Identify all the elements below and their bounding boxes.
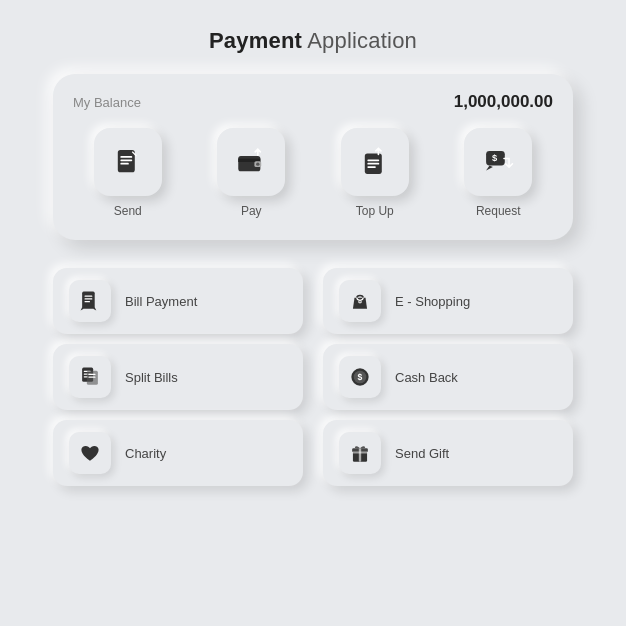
send-gift-label: Send Gift [395, 446, 449, 461]
menu-grid: Bill Payment E - Shopping [53, 268, 573, 486]
svg-point-19 [359, 301, 361, 303]
pay-icon [234, 145, 268, 179]
svg-rect-32 [359, 448, 361, 461]
cash-back-icon: $ [349, 366, 371, 388]
svg-rect-26 [88, 377, 95, 378]
split-bills-icon-wrap [69, 356, 111, 398]
action-send[interactable]: Send [73, 128, 183, 218]
svg-text:$: $ [492, 153, 498, 163]
request-icon-wrap: $ [464, 128, 532, 196]
svg-rect-9 [367, 159, 379, 161]
request-label: Request [476, 204, 521, 218]
pay-icon-wrap [217, 128, 285, 196]
svg-rect-25 [88, 374, 95, 375]
cash-back-label: Cash Back [395, 370, 458, 385]
svg-rect-3 [120, 163, 129, 165]
split-bills-label: Split Bills [125, 370, 178, 385]
page-title: Payment Application [209, 28, 417, 54]
svg-rect-1 [120, 156, 132, 158]
split-bills-icon [79, 366, 101, 388]
request-icon: $ [481, 145, 515, 179]
balance-card: My Balance 1,000,000.00 Send [53, 74, 573, 240]
e-shopping-icon [349, 290, 371, 312]
balance-label: My Balance [73, 95, 141, 110]
charity-icon-wrap [69, 432, 111, 474]
topup-icon-wrap [341, 128, 409, 196]
charity-label: Charity [125, 446, 166, 461]
svg-rect-2 [120, 159, 132, 161]
charity-icon [79, 442, 101, 464]
bill-payment-icon-wrap [69, 280, 111, 322]
svg-rect-14 [82, 292, 95, 309]
bill-payment-label: Bill Payment [125, 294, 197, 309]
pay-label: Pay [241, 204, 262, 218]
action-buttons: Send Pay [73, 128, 553, 218]
cash-back-icon-wrap: $ [339, 356, 381, 398]
svg-text:$: $ [358, 372, 363, 382]
svg-point-7 [256, 162, 259, 165]
svg-rect-10 [367, 163, 379, 165]
menu-item-e-shopping[interactable]: E - Shopping [323, 268, 573, 334]
send-icon [111, 145, 145, 179]
svg-rect-17 [85, 301, 91, 302]
menu-item-cash-back[interactable]: $ Cash Back [323, 344, 573, 410]
send-icon-wrap [94, 128, 162, 196]
bill-payment-icon [79, 290, 101, 312]
menu-item-bill-payment[interactable]: Bill Payment [53, 268, 303, 334]
balance-amount: 1,000,000.00 [454, 92, 553, 112]
svg-rect-16 [85, 298, 93, 299]
menu-item-charity[interactable]: Charity [53, 420, 303, 486]
svg-rect-15 [85, 296, 93, 297]
menu-item-split-bills[interactable]: Split Bills [53, 344, 303, 410]
action-request[interactable]: $ Request [444, 128, 554, 218]
action-pay[interactable]: Pay [197, 128, 307, 218]
svg-rect-33 [352, 451, 368, 453]
send-gift-icon-wrap [339, 432, 381, 474]
e-shopping-icon-wrap [339, 280, 381, 322]
topup-label: Top Up [356, 204, 394, 218]
send-label: Send [114, 204, 142, 218]
menu-item-send-gift[interactable]: Send Gift [323, 420, 573, 486]
svg-rect-11 [367, 166, 376, 168]
action-topup[interactable]: Top Up [320, 128, 430, 218]
send-gift-icon [349, 442, 371, 464]
topup-icon [358, 145, 392, 179]
e-shopping-label: E - Shopping [395, 294, 470, 309]
